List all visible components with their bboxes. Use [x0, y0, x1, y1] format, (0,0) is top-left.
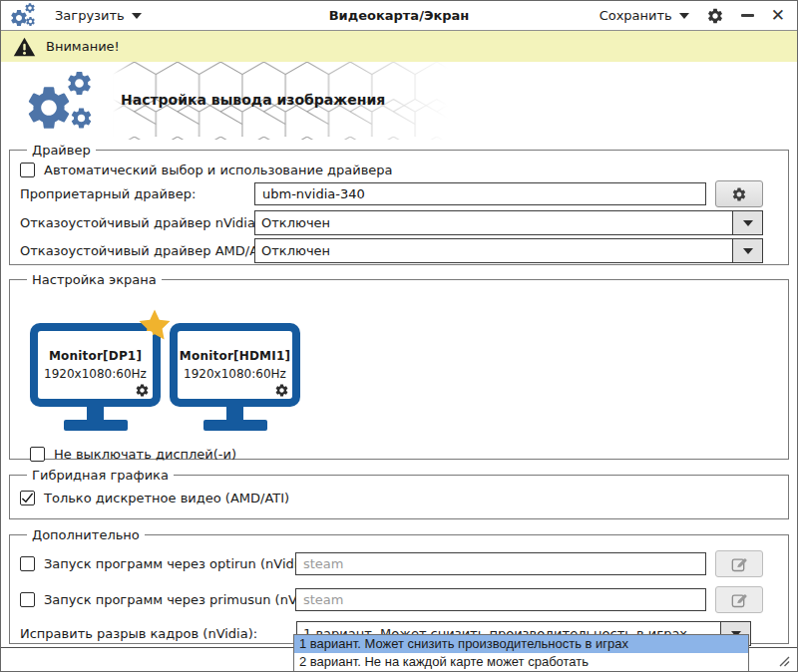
failsafe-amd-label: Отказоустойчивый драйвер AMD/ATI:	[20, 243, 254, 258]
hybrid-group: Гибридная графика Только дискретное виде…	[9, 468, 789, 519]
monitor-screen: Monitor[DP1] 1920x1080:60Hz	[38, 331, 153, 399]
chevron-down-icon	[679, 13, 689, 19]
save-menu-button[interactable]: Сохранить	[599, 8, 689, 23]
keep-display-row: Не выключать дисплей(-и)	[30, 447, 763, 462]
edit-pencil-icon	[730, 555, 748, 573]
screen-group-legend: Настройка экрана	[27, 272, 162, 287]
monitor-name: Monitor[HDMI1]	[180, 349, 290, 363]
proprietary-driver-row: Проприетарный драйвер:	[20, 180, 763, 207]
primusun-edit-button[interactable]	[715, 586, 763, 613]
tearing-label: Исправить разрыв кадров (nVidia):	[20, 626, 296, 641]
monitor-base	[203, 420, 267, 431]
extra-group-legend: Дополнительно	[27, 527, 145, 542]
app-window: Загрузить Видеокарта/Экран Сохранить ✕ В…	[0, 0, 798, 672]
discrete-only-label: Только дискретное видео (AMD/ATI)	[44, 491, 289, 505]
monitor-screen: Monitor[HDMI1] 1920x1080:60Hz	[178, 331, 292, 399]
driver-group: Драйвер Автоматический выбор и использов…	[9, 143, 789, 265]
primusun-checkbox[interactable]	[20, 592, 35, 607]
monitor-gear-icon[interactable]	[274, 383, 289, 398]
tearing-options-list: 1 вариант. Может снизить производительно…	[293, 634, 749, 672]
check-icon	[21, 492, 34, 504]
monitor-gear-icon[interactable]	[135, 383, 150, 398]
monitor-mode: 1920x1080:60Hz	[44, 367, 147, 381]
failsafe-amd-dropdown-button[interactable]	[732, 239, 762, 262]
proprietary-driver-input[interactable]	[254, 182, 706, 205]
failsafe-nvidia-value: Отключен	[255, 211, 732, 234]
header-gears-icon	[23, 69, 103, 135]
proprietary-driver-label: Проприетарный драйвер:	[20, 186, 254, 201]
optirun-checkbox[interactable]	[20, 556, 35, 571]
monitor-list: Monitor[DP1] 1920x1080:60Hz Monitor[HDMI…	[30, 323, 763, 431]
chevron-down-icon	[743, 248, 753, 254]
primusun-input[interactable]	[295, 588, 706, 611]
close-button[interactable]: ✕	[771, 7, 785, 24]
chevron-down-icon	[743, 220, 753, 226]
titlebar: Загрузить Видеокарта/Экран Сохранить ✕	[1, 1, 797, 31]
monitor-frame: Monitor[HDMI1] 1920x1080:60Hz	[170, 323, 300, 407]
page-header: Настройка вывода изображения	[1, 62, 797, 140]
auto-driver-label: Автоматический выбор и использование дра…	[44, 163, 393, 177]
tearing-option-1[interactable]: 1 вариант. Может снизить производительно…	[294, 635, 748, 653]
keep-display-on-checkbox[interactable]	[30, 447, 45, 462]
monitor-stand	[226, 407, 243, 420]
failsafe-amd-value: Отключен	[255, 239, 732, 262]
failsafe-nvidia-label: Отказоустойчивый драйвер nVidia:	[20, 215, 254, 230]
load-menu-button[interactable]: Загрузить	[55, 8, 142, 23]
discrete-only-checkbox[interactable]	[20, 491, 35, 505]
optirun-input[interactable]	[295, 552, 706, 575]
hybrid-group-legend: Гибридная графика	[27, 468, 174, 483]
chevron-down-icon	[132, 13, 142, 19]
monitor-frame: Monitor[DP1] 1920x1080:60Hz	[30, 323, 161, 407]
tearing-option-2[interactable]: 2 вариант. Не на каждой карте может сраб…	[294, 653, 748, 671]
auto-driver-checkbox[interactable]	[20, 163, 35, 177]
warning-banner: Внимание!	[1, 31, 797, 62]
minimize-button[interactable]	[741, 14, 754, 17]
screen-group: Настройка экрана Monitor[DP1] 1920x1080:…	[9, 272, 789, 460]
auto-driver-row: Автоматический выбор и использование дра…	[20, 163, 763, 177]
primusun-row: Запуск программ через primusun (nVidia):	[20, 586, 763, 613]
monitor-name: Monitor[DP1]	[49, 349, 142, 363]
monitor-mode: 1920x1080:60Hz	[184, 367, 286, 381]
monitor-stand	[87, 407, 104, 420]
keep-display-on-label: Не выключать дисплей(-и)	[54, 447, 236, 462]
failsafe-nvidia-select[interactable]: Отключен	[254, 210, 763, 235]
failsafe-nvidia-dropdown-button[interactable]	[732, 211, 762, 234]
primusun-label: Запуск программ через primusun (nVidia):	[44, 592, 295, 607]
settings-gear-button[interactable]	[706, 7, 724, 25]
save-menu-label: Сохранить	[599, 8, 672, 23]
extra-group: Дополнительно Запуск программ через opti…	[9, 527, 789, 644]
failsafe-amd-select[interactable]: Отключен	[254, 238, 763, 263]
gear-icon	[731, 186, 747, 202]
failsafe-amd-row: Отказоустойчивый драйвер AMD/ATI: Отключ…	[20, 238, 763, 263]
monitor-hdmi1[interactable]: Monitor[HDMI1] 1920x1080:60Hz	[170, 323, 300, 431]
driver-group-legend: Драйвер	[27, 143, 96, 158]
monitor-base	[64, 420, 128, 431]
optirun-label: Запуск программ через optirun (nVidia):	[44, 556, 295, 571]
load-menu-label: Загрузить	[55, 8, 125, 23]
resize-grip[interactable]	[777, 654, 790, 667]
edit-pencil-icon	[730, 591, 748, 609]
warning-icon	[13, 37, 36, 57]
page-title: Настройка вывода изображения	[121, 92, 385, 108]
optirun-edit-button[interactable]	[715, 550, 763, 577]
warning-text: Внимание!	[46, 39, 120, 54]
driver-gear-button[interactable]	[715, 180, 763, 207]
app-logo-icon	[9, 2, 39, 29]
failsafe-nvidia-row: Отказоустойчивый драйвер nVidia: Отключе…	[20, 210, 763, 235]
monitor-dp1[interactable]: Monitor[DP1] 1920x1080:60Hz	[30, 323, 161, 431]
optirun-row: Запуск программ через optirun (nVidia):	[20, 550, 763, 577]
discrete-only-row: Только дискретное видео (AMD/ATI)	[20, 491, 763, 505]
